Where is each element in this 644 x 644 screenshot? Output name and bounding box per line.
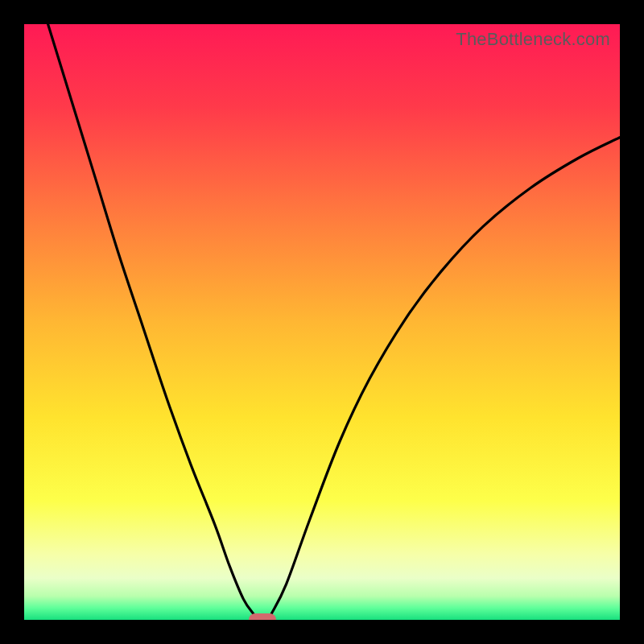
curve-right-branch (271, 138, 620, 614)
outer-frame: TheBottleneck.com (0, 0, 644, 644)
bottleneck-marker (249, 613, 275, 620)
curve-plot (24, 24, 620, 620)
curve-left-branch (48, 24, 254, 614)
plot-area: TheBottleneck.com (24, 24, 620, 620)
